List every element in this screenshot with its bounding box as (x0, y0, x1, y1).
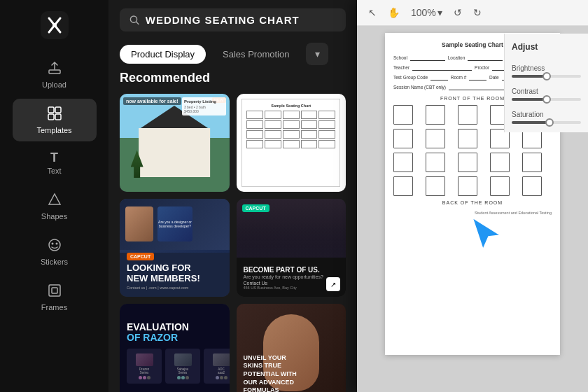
search-bar: WEDDING SEATING CHART (108, 0, 357, 40)
contrast-row: Contrast (512, 88, 581, 101)
template-card-razor[interactable]: EVALUATIONOF RAZOR DrazenSeries (120, 304, 230, 392)
seats-row-4 (393, 176, 552, 196)
main-panel: WEDDING SEATING CHART Product Display Sa… (108, 0, 357, 392)
svg-rect-2 (49, 70, 60, 74)
zoom-value: 100% (411, 7, 436, 18)
sidebar-item-shapes[interactable]: Shapes (13, 185, 97, 227)
seat (458, 153, 477, 172)
svg-rect-4 (55, 107, 61, 113)
zoom-display: 100% ▾ (408, 6, 445, 20)
razor-item-3: ADCaaa2 (204, 349, 230, 384)
zoom-button[interactable]: 100% ▾ (408, 6, 445, 20)
sidebar-item-text[interactable]: T Text (13, 144, 97, 182)
sidebar-item-stickers[interactable]: Stickers (13, 230, 97, 273)
contrast-label: Contrast (512, 88, 581, 95)
redo-button[interactable]: ↻ (470, 6, 484, 20)
brightness-slider[interactable] (512, 75, 581, 78)
sidebar-item-label: Frames (41, 303, 67, 312)
house-tag: now available for sale! (123, 97, 181, 105)
template-card-hiring[interactable]: Are you a designer orbusiness developer?… (120, 199, 230, 297)
seat (490, 176, 510, 196)
seat (393, 129, 413, 148)
template-card-seating[interactable]: Sample Seating Chart (237, 94, 346, 192)
seat (522, 176, 542, 196)
capcut-logo-badge: CAPCUT (242, 204, 270, 212)
stickers-icon (47, 237, 62, 255)
sidebar-item-label: Upload (42, 80, 66, 89)
proctor-label: Proctor (475, 65, 489, 70)
location-label: Location (448, 55, 465, 60)
hand-tool-button[interactable]: ✋ (385, 6, 402, 20)
room-label: Room # (451, 75, 467, 80)
sidebar-item-templates[interactable]: Templates (13, 99, 97, 141)
template-card-house[interactable]: now available for sale! NEW Property Lis… (120, 94, 230, 192)
template-card-become[interactable]: CAPCUT BECOME PART OF US. Are you ready … (237, 199, 346, 297)
svg-point-1 (52, 23, 57, 27)
sidebar-item-label: Templates (36, 126, 71, 134)
shapes-icon (47, 192, 62, 209)
back-room-label: BACK OF THE ROOM (393, 200, 552, 205)
razor-item-1: DrazenSeries (127, 349, 162, 384)
become-contact: Contact Us (244, 281, 268, 286)
svg-rect-11 (52, 288, 57, 293)
razor-title: EVALUATIONOF RAZOR (127, 322, 189, 344)
sidebar-item-label: Shapes (41, 212, 67, 220)
adjust-title: Adjust (512, 42, 581, 52)
seat (393, 105, 413, 125)
seat (458, 176, 477, 196)
tab-sales-promotion[interactable]: Sales Promotion (211, 45, 300, 64)
seating-mini-title: Sample Seating Chart (246, 104, 335, 108)
preview-panel: ↖ ✋ 100% ▾ ↺ ↻ Sample Seating Chart Scho… (357, 0, 588, 392)
search-container[interactable]: WEDDING SEATING CHART (120, 8, 346, 31)
cursor-tool-button[interactable]: ↖ (365, 6, 379, 20)
svg-rect-6 (55, 114, 61, 120)
razor-item-2: SabajouSeries (165, 349, 200, 384)
content-area: Recommended now available for sale! NEW (108, 71, 357, 392)
become-title: BECOME PART OF US. (244, 266, 320, 274)
seat (426, 176, 445, 196)
zoom-chevron-icon: ▾ (438, 7, 442, 18)
svg-point-7 (49, 239, 60, 251)
school-label: School (393, 55, 407, 60)
seats-row-3 (393, 153, 552, 172)
frames-icon (47, 283, 62, 300)
seat (426, 153, 445, 172)
hiring-contact: Contact us | .com | www.capcut.com (127, 286, 188, 290)
tab-product-display[interactable]: Product Display (120, 45, 206, 64)
svg-point-8 (51, 243, 53, 245)
adjust-panel: Adjust Brightness Contrast Saturation (504, 34, 588, 132)
seat (426, 129, 445, 148)
preview-toolbar: ↖ ✋ 100% ▾ ↺ ↻ (357, 0, 588, 26)
text-icon: T (50, 151, 58, 164)
svg-rect-5 (48, 114, 54, 120)
seat (490, 153, 510, 172)
group-code-label: Test Group Code (393, 75, 428, 80)
undo-button[interactable]: ↺ (451, 6, 465, 20)
brightness-row: Brightness (512, 64, 581, 78)
seat (522, 153, 542, 172)
become-address: 456 US Business Ave, Bay City (244, 286, 297, 290)
sidebar-item-upload[interactable]: Upload (13, 53, 97, 96)
sidebar-item-label: Text (47, 167, 61, 175)
sidebar: Upload Templates T Text Shapes (0, 0, 108, 392)
app-logo[interactable] (41, 11, 69, 42)
template-card-beauty[interactable]: UNVEIL YOURSKINS TRUEPOTENTIAL WITHOUR A… (237, 304, 346, 392)
become-arrow[interactable]: ↗ (326, 277, 340, 291)
tabs-row: Product Display Sales Promotion ▾ (108, 40, 357, 71)
sidebar-item-label: Stickers (41, 258, 68, 266)
hand-icon: ✋ (388, 7, 400, 18)
templates-grid: now available for sale! NEW Property Lis… (120, 94, 346, 392)
saturation-row: Saturation (512, 111, 581, 124)
saturation-label: Saturation (512, 111, 581, 118)
sidebar-item-frames[interactable]: Frames (13, 276, 97, 318)
seat (393, 153, 413, 172)
seat (458, 129, 477, 148)
beauty-text: UNVEIL YOURSKINS TRUEPOTENTIAL WITHOUR A… (244, 354, 297, 392)
saturation-slider[interactable] (512, 121, 581, 124)
svg-point-9 (55, 243, 57, 245)
templates-icon (47, 106, 62, 123)
tab-more-button[interactable]: ▾ (306, 43, 328, 65)
search-input[interactable]: WEDDING SEATING CHART (146, 14, 336, 26)
brightness-label: Brightness (512, 64, 581, 72)
contrast-slider[interactable] (512, 98, 581, 101)
